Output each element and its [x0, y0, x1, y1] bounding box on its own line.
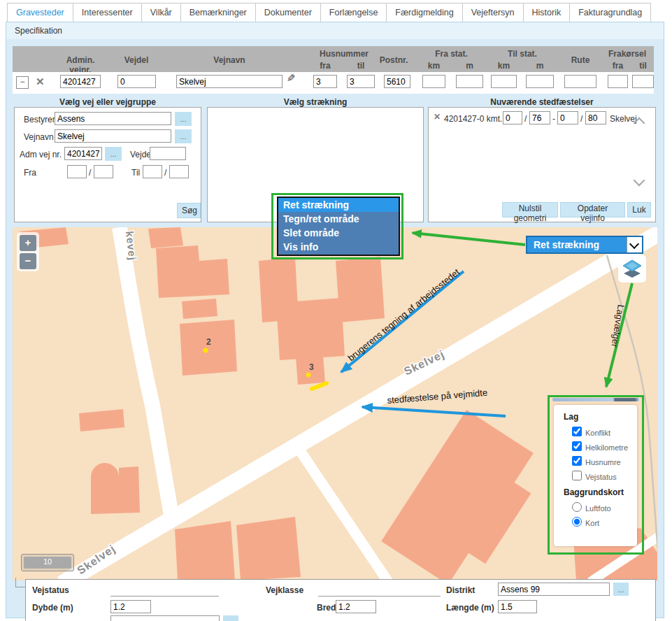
delete-row-icon[interactable]: ✕	[36, 76, 45, 88]
tab-fakturagrundlag[interactable]: Fakturagrundlag	[570, 3, 651, 23]
bestyrer-input[interactable]	[55, 112, 171, 125]
fra-km-input[interactable]	[67, 165, 87, 178]
map-context-menu: Ret strækning Tegn/ret område Slet områd…	[277, 197, 400, 256]
house-3-dot	[306, 373, 311, 378]
collapse-row-button[interactable]: −	[16, 76, 29, 89]
row-til-stat-m-input[interactable]	[526, 75, 554, 88]
layer-helkilometre[interactable]: Helkilometre	[572, 441, 637, 451]
tab-faerdigmelding[interactable]: Færdigmelding	[387, 3, 462, 23]
dybde-label: Dybde (m)	[32, 603, 73, 613]
work-site-drawing[interactable]	[312, 383, 327, 389]
kmt-fra-m-input[interactable]	[529, 111, 550, 124]
luk-button[interactable]: Luk	[627, 202, 651, 217]
row-frakorsel-til-input[interactable]	[632, 75, 654, 88]
tab-interessenter[interactable]: Interessenter	[73, 3, 142, 23]
menu-item-tegn-ret-omraade[interactable]: Tegn/ret område	[278, 212, 399, 226]
distrikt-browse-button[interactable]: ...	[613, 583, 629, 596]
luftfoto-label: Luftfoto	[585, 504, 611, 513]
zoom-in-button[interactable]: +	[20, 235, 36, 251]
row-rute-input[interactable]	[564, 75, 596, 88]
opdater-vejinfo-button[interactable]: Opdater vejinfo	[560, 202, 625, 217]
menu-item-slet-omraade[interactable]: Slet område	[278, 226, 399, 240]
col-vejdel: Vejdel	[115, 55, 157, 65]
tab-historik[interactable]: Historik	[524, 3, 571, 23]
row-husnummer-fra-input[interactable]	[313, 75, 337, 88]
vejdel-input[interactable]	[150, 147, 186, 160]
row-fra-stat-m-input[interactable]	[456, 75, 483, 88]
kort-radio[interactable]	[572, 517, 582, 527]
fra-m-input[interactable]	[94, 165, 113, 178]
tab-dokumenter[interactable]: Dokumenter	[256, 3, 321, 23]
distrikt-input[interactable]	[498, 583, 610, 596]
vejnavn-input[interactable]	[55, 129, 171, 143]
kmt-dash: -	[552, 114, 555, 124]
bredde-input[interactable]	[336, 600, 376, 613]
zoom-out-button[interactable]: −	[20, 253, 36, 269]
layer-vejstatus[interactable]: Vejstatus	[572, 471, 637, 480]
house-number-3: 3	[309, 362, 314, 372]
col-rute: Rute	[559, 55, 601, 65]
tab-bemaerkninger[interactable]: Bemærkninger	[181, 3, 256, 23]
gravetilladelse-window: Gravesteder Interessenter Vilkår Bemærkn…	[0, 0, 672, 621]
bg-kort[interactable]: Kort	[572, 517, 637, 527]
tab-forlaengelse[interactable]: Forlængelse	[321, 3, 387, 23]
row-vejnavn-input[interactable]	[176, 75, 283, 88]
sog-button[interactable]: Søg	[177, 203, 201, 218]
kmt-slash-1: /	[524, 114, 527, 124]
row-postnr-input[interactable]	[384, 75, 410, 88]
laengde-input[interactable]	[498, 600, 537, 613]
konflikt-checkbox[interactable]	[572, 427, 582, 436]
row-frakorsel-fra-input[interactable]	[608, 75, 628, 88]
map-tool-dropdown[interactable]: Ret strækning	[526, 236, 643, 254]
til-m-input[interactable]	[169, 165, 189, 178]
vejstatus-label: Vejstatus	[32, 585, 69, 595]
col-frakorsel-til: til	[632, 61, 654, 71]
row-til-stat-km-input[interactable]	[491, 75, 517, 88]
kmt-til-m-input[interactable]	[585, 111, 606, 124]
adm-vej-browse-button[interactable]: ...	[105, 147, 122, 161]
row-husnummer-til-input[interactable]	[347, 75, 375, 88]
helkilometre-checkbox[interactable]	[572, 441, 582, 451]
vejklasse-value-line	[318, 585, 441, 597]
kmt-til-km-input[interactable]	[557, 111, 578, 124]
tab-vejeftersyn[interactable]: Vejeftersyn	[463, 3, 524, 23]
col-husnummer: Husnummer	[310, 49, 378, 59]
luftfoto-radio[interactable]	[572, 502, 582, 512]
adm-vej-nr-input[interactable]	[64, 147, 102, 160]
tab-gravesteder[interactable]: Gravesteder	[7, 3, 73, 23]
layer-opacity-slider[interactable]	[552, 398, 639, 401]
layer-husnumre[interactable]: Husnumre	[572, 456, 637, 466]
extra-row-input[interactable]	[110, 615, 220, 621]
til-label: Til	[131, 168, 140, 178]
til-km-input[interactable]	[143, 165, 162, 178]
bg-luftfoto[interactable]: Luftfoto	[572, 502, 637, 512]
husnumre-checkbox[interactable]	[572, 456, 582, 466]
til-slash: /	[164, 168, 166, 178]
extra-row-browse-button[interactable]	[223, 615, 238, 621]
row-fra-stat-km-input[interactable]	[422, 75, 445, 88]
menu-item-vis-info[interactable]: Vis info	[278, 240, 399, 254]
tab-vilkaar[interactable]: Vilkår	[142, 3, 181, 23]
vejstatus-value-line	[110, 585, 219, 597]
col-til-stat: Til stat.	[488, 49, 557, 59]
col-husnummer-til: til	[347, 61, 375, 71]
col-fra-stat: Fra stat.	[418, 49, 485, 59]
layers-icon	[618, 255, 646, 283]
layer-picker-button[interactable]	[618, 255, 646, 283]
layer-konflikt[interactable]: Konflikt	[572, 427, 637, 436]
dropdown-arrow-button[interactable]	[627, 237, 642, 252]
vejstatus-checkbox[interactable]	[572, 471, 582, 480]
row-admin-vejnr-input[interactable]	[60, 75, 101, 88]
bestyrer-browse-button[interactable]: ...	[175, 112, 192, 126]
row-vejdel-input[interactable]	[117, 75, 156, 88]
kmt-fra-km-input[interactable]	[503, 111, 522, 124]
menu-item-ret-straekning[interactable]: Ret strækning	[278, 198, 399, 212]
edit-pencil-icon[interactable]: ✎	[287, 72, 296, 85]
dybde-input[interactable]	[110, 600, 151, 613]
konflikt-label: Konflikt	[585, 429, 610, 437]
col-frakorsel-fra: fra	[608, 61, 628, 71]
vejnavn-browse-button[interactable]: ...	[175, 129, 192, 143]
nulstil-geometri-button[interactable]: Nulstil geometri	[502, 202, 558, 217]
adm-vej-nr-label: Adm vej nr.	[20, 150, 62, 159]
remove-stedfaestelse-icon[interactable]: ✕	[434, 112, 441, 122]
